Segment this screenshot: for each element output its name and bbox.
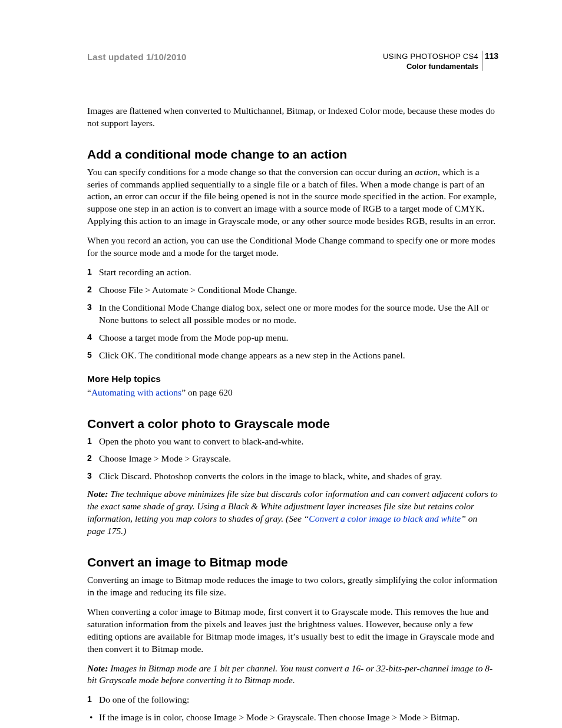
s1-p1: You can specify conditions for a mode ch…: [87, 166, 498, 228]
heading-convert-bitmap: Convert an image to Bitmap mode: [87, 555, 498, 569]
text: “: [87, 387, 91, 397]
s1-p2: When you record an action, you can use t…: [87, 235, 498, 259]
heading-convert-grayscale: Convert a color photo to Grayscale mode: [87, 417, 498, 431]
s3-bullets: If the image is in color, choose Image >…: [87, 711, 498, 728]
s1-steps: Start recording an action. Choose File >…: [87, 266, 498, 362]
more-help-heading: More Help topics: [87, 374, 498, 384]
intro-paragraph: Images are flattened when converted to M…: [87, 105, 498, 130]
heading-conditional-mode: Add a conditional mode change to an acti…: [87, 147, 498, 162]
page-number: 113: [485, 51, 498, 61]
page-header: Last updated 1/10/2010 113 USING PHOTOSH…: [87, 52, 498, 72]
page-body: Images are flattened when converted to M…: [87, 105, 498, 728]
link-convert-bw[interactable]: Convert a color image to black and white: [309, 513, 461, 523]
step: Click OK. The conditional mode change ap…: [87, 350, 498, 362]
more-help-line: “Automating with actions” on page 620: [87, 387, 498, 399]
s3-steps: Do one of the following:: [87, 694, 498, 706]
chapter-title: Color fundamentals: [383, 62, 478, 72]
text: You can specify conditions for a mode ch…: [87, 167, 415, 177]
text: ” on page 620: [181, 387, 233, 397]
page: Last updated 1/10/2010 113 USING PHOTOSH…: [0, 0, 562, 728]
link-automating-actions[interactable]: Automating with actions: [91, 387, 181, 397]
last-updated: Last updated 1/10/2010: [87, 52, 187, 62]
s3-p2: When converting a color image to Bitmap …: [87, 606, 498, 655]
text: Images in Bitmap mode are 1 bit per chan…: [87, 663, 492, 686]
step: Do one of the following:: [87, 694, 498, 706]
s2-steps: Open the photo you want to convert to bl…: [87, 436, 498, 483]
step: Choose a target mode from the Mode pop-u…: [87, 332, 498, 344]
term-action: action: [415, 167, 438, 177]
step: Open the photo you want to convert to bl…: [87, 436, 498, 448]
list-item: If the image is in color, choose Image >…: [87, 711, 498, 724]
step: Click Discard. Photoshop converts the co…: [87, 470, 498, 483]
s3-p1: Converting an image to Bitmap mode reduc…: [87, 574, 498, 599]
note-label: Note:: [87, 663, 108, 673]
s3-note: Note: Images in Bitmap mode are 1 bit pe…: [87, 663, 498, 687]
doc-title: USING PHOTOSHOP CS4: [383, 52, 478, 62]
step: Start recording an action.: [87, 266, 498, 279]
step: In the Conditional Mode Change dialog bo…: [87, 302, 498, 327]
note-label: Note:: [87, 489, 108, 499]
header-divider: [482, 51, 483, 71]
step: Choose File > Automate > Conditional Mod…: [87, 284, 498, 297]
s2-note: Note: The technique above minimizes file…: [87, 488, 498, 538]
step: Choose Image > Mode > Grayscale.: [87, 453, 498, 465]
header-right: 113 USING PHOTOSHOP CS4 Color fundamenta…: [383, 52, 498, 72]
